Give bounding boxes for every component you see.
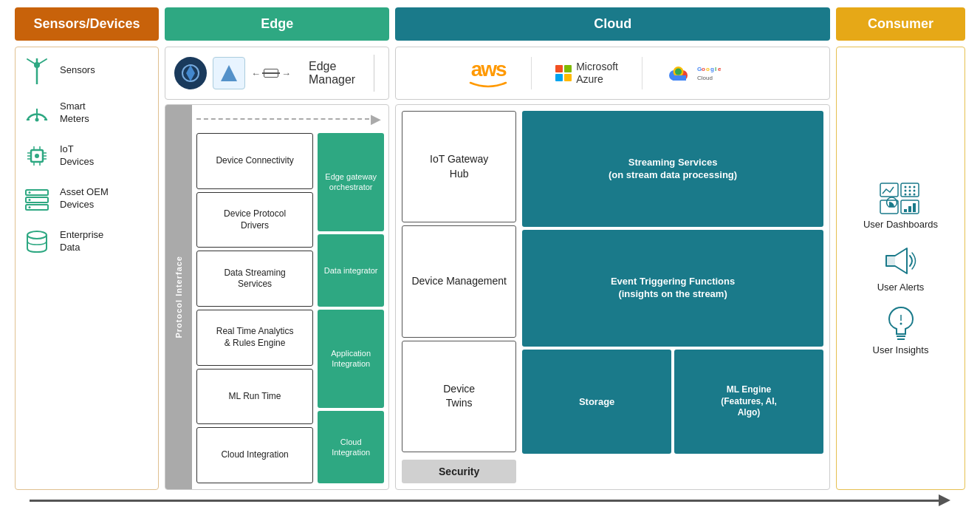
aws-logo: aws <box>469 58 507 89</box>
cloud-header-label: Cloud <box>594 16 631 32</box>
protocol-interface-label: Protocol Interface <box>174 256 183 338</box>
consumer-column: User Dashboards User Alerts <box>836 47 965 490</box>
user-dashboards-label: User Dashboards <box>863 219 938 230</box>
dotted-arrow-row: ▶ <box>196 111 384 127</box>
sensors-column: Sensors SmartMeters <box>15 47 159 490</box>
svg-point-48 <box>908 185 911 188</box>
consumer-item-dashboards: User Dashboards <box>863 182 938 230</box>
edge-green-edge-gateway: Edge gateway orchestrator <box>318 133 384 231</box>
edge-left-list: Device Connectivity Device ProtocolDrive… <box>196 133 313 483</box>
svg-point-49 <box>913 185 915 188</box>
sensor-item-sensors: Sensors <box>21 55 152 86</box>
svg-line-2 <box>27 59 37 65</box>
streaming-services-box: Streaming Services(on stream data proces… <box>522 111 823 227</box>
svg-text:o: o <box>706 66 710 72</box>
svg-point-35 <box>675 69 682 75</box>
security-bar: Security <box>402 460 516 483</box>
edge-green-data-integrator: Data integrator <box>318 234 384 307</box>
content-row: Sensors SmartMeters <box>15 47 965 490</box>
iot-devices-icon <box>21 140 52 171</box>
svg-rect-58 <box>904 209 907 212</box>
cloud-right-col: Streaming Services(on stream data proces… <box>522 111 823 483</box>
edge-box-cloud-integration: Cloud Integration <box>196 427 313 483</box>
svg-rect-36 <box>673 75 686 81</box>
azure-text: MicrosoftAzure <box>576 61 618 86</box>
svg-point-55 <box>913 193 915 195</box>
azure-sq-red <box>555 65 563 72</box>
edge-box-device-protocol-drivers: Device ProtocolDrivers <box>196 192 313 248</box>
edge-boxes-row: Device Connectivity Device ProtocolDrive… <box>196 133 384 483</box>
consumer-item-alerts: User Alerts <box>877 245 925 293</box>
svg-text:Cloud: Cloud <box>697 75 713 81</box>
edge-main-area: Protocol Interface ▶ Device Connectivity <box>165 104 389 490</box>
asset-oem-label: Asset OEMDevices <box>60 186 109 211</box>
gcloud-text-wrap: G o o g l e Cloud <box>697 64 756 83</box>
azure-sq-green <box>564 65 572 72</box>
edge-box-realtime-analytics: Real Time Analytics& Rules Engine <box>196 310 313 366</box>
sensor-item-asset-oem: Asset OEMDevices <box>21 183 152 214</box>
iot-gateway-hub-box: IoT GatewayHub <box>402 111 516 222</box>
gcloud-icon-svg <box>666 63 693 84</box>
header-edge: Edge <box>165 7 389 41</box>
smart-meters-label: SmartMeters <box>60 101 89 126</box>
svg-line-3 <box>37 59 47 65</box>
ml-engine-box: ML Engine(Features, AI,Algo) <box>674 350 823 454</box>
svg-rect-59 <box>908 206 911 212</box>
svg-point-27 <box>29 206 31 208</box>
edge-logo-2 <box>213 57 245 89</box>
dotted-line <box>196 118 369 120</box>
dotted-arrow-right: ▶ <box>371 111 381 127</box>
svg-point-26 <box>29 199 31 201</box>
svg-rect-62 <box>886 256 895 266</box>
svg-point-25 <box>29 191 31 194</box>
bottom-arrow-head <box>939 494 950 506</box>
svg-rect-45 <box>880 183 898 197</box>
edge-inner-content: ▶ Device Connectivity Device ProtocolDri… <box>192 105 388 489</box>
device-twins-box: DeviceTwins <box>402 341 516 452</box>
consumer-item-insights: User Insights <box>873 307 929 355</box>
user-alerts-icon <box>878 245 922 277</box>
svg-text:o: o <box>702 66 705 72</box>
sensors-header-label: Sensors/Devices <box>33 16 140 32</box>
svg-point-47 <box>904 185 906 188</box>
protocol-interface-bar: Protocol Interface <box>165 105 192 489</box>
svg-point-54 <box>908 193 911 195</box>
asset-oem-icon <box>21 183 52 214</box>
aws-smile-svg <box>469 81 507 89</box>
svg-point-66 <box>900 322 902 324</box>
azure-squares-grid <box>555 65 572 81</box>
edge-arrow: ← → <box>251 68 291 79</box>
edge-box-device-connectivity: Device Connectivity <box>196 133 313 189</box>
storage-box: Storage <box>522 350 671 454</box>
edge-column: ← → Edge Manager Protocol Interface <box>165 47 389 490</box>
edge-green-application-integration: Application Integration <box>318 310 384 408</box>
cloud-left-col: IoT GatewayHub Device Management DeviceT… <box>402 111 516 483</box>
edge-top-bar: ← → Edge Manager <box>165 47 389 100</box>
aws-text: aws <box>471 58 506 81</box>
cloud-divider-2 <box>642 57 643 89</box>
svg-text:l: l <box>715 66 716 72</box>
cloud-bottom-services-row: Storage ML Engine(Features, AI,Algo) <box>522 350 823 454</box>
iot-devices-label: IoTDevices <box>60 143 94 168</box>
svg-text:g: g <box>710 66 714 72</box>
azure-sq-yellow <box>564 74 572 81</box>
sensors-icon <box>21 55 52 86</box>
svg-point-52 <box>913 189 915 191</box>
sensor-item-iot-devices: IoTDevices <box>21 140 152 171</box>
edge-logos: ← → <box>174 57 291 89</box>
device-management-box: Device Management <box>402 225 516 337</box>
gcloud-logo: G o o g l e Cloud <box>666 63 756 84</box>
svg-text:e: e <box>718 66 722 72</box>
user-insights-icon <box>879 307 923 340</box>
sensor-item-enterprise-data: EnterpriseData <box>21 226 152 257</box>
svg-point-28 <box>27 231 47 239</box>
svg-rect-60 <box>913 203 916 212</box>
header-row: Sensors/Devices Edge Cloud Consumer <box>15 7 965 41</box>
azure-logo: MicrosoftAzure <box>555 61 618 86</box>
cloud-column: aws MicrosoftAzure <box>395 47 830 490</box>
main-container: Sensors/Devices Edge Cloud Consumer <box>0 0 980 521</box>
gcloud-svg: G o o g l e Cloud <box>697 64 756 83</box>
user-insights-label: User Insights <box>873 344 929 355</box>
svg-point-51 <box>908 189 911 191</box>
edge-box-ml-runtime: ML Run Time <box>196 369 313 425</box>
